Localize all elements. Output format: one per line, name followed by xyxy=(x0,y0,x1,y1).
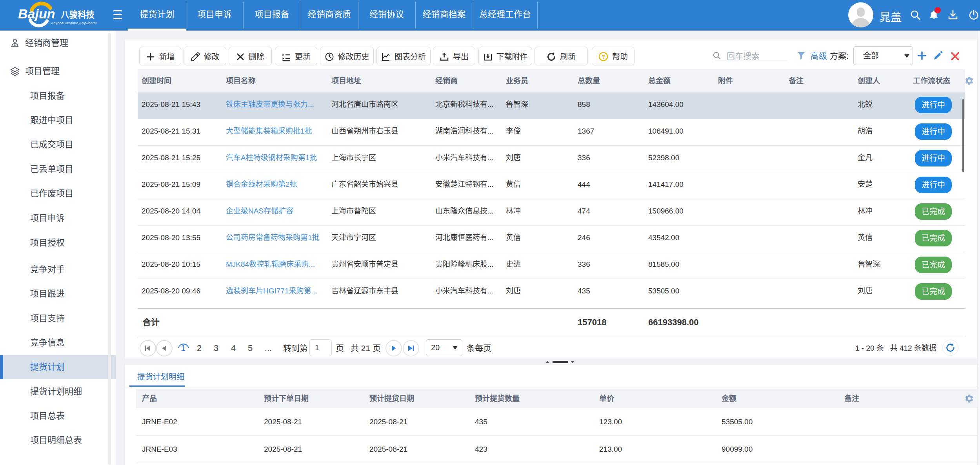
svg-text:?: ? xyxy=(602,54,605,60)
svg-text:八骏科技: 八骏科技 xyxy=(61,10,95,20)
svg-text:Bajun: Bajun xyxy=(18,6,55,21)
svg-text:Anyone,Anytime,Anywhere!: Anyone,Anytime,Anywhere! xyxy=(51,21,97,25)
